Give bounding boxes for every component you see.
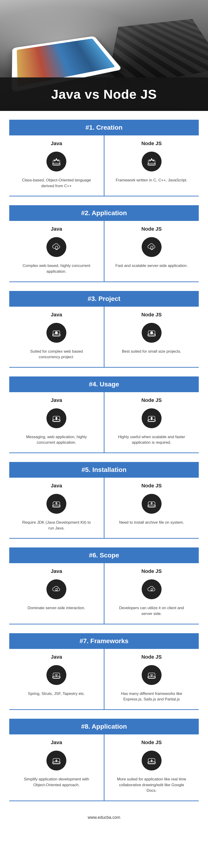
- column-title: Java: [14, 483, 99, 489]
- section-header: #6. Scope: [9, 548, 199, 563]
- comparison-section: #4. UsageJavaMessaging, web application,…: [0, 376, 208, 453]
- hdd-shield-icon: [142, 323, 161, 343]
- comparison-section: #3. ProjectJavaSuited for complex web ba…: [0, 291, 208, 368]
- column-title: Node JS: [109, 141, 195, 147]
- column-title: Node JS: [109, 740, 195, 746]
- java-column: JavaDominate server-side interaction.: [9, 563, 105, 623]
- description-text: Best suited for small size projects.: [115, 349, 188, 354]
- column-title: Java: [14, 226, 99, 232]
- section-header: #2. Application: [9, 205, 199, 221]
- footer-url: www.educba.com: [0, 801, 208, 829]
- description-text: More suited for application like real ti…: [115, 776, 188, 794]
- comparison-section: #6. ScopeJavaDominate server-side intera…: [0, 548, 208, 624]
- description-text: Simplify application development with Ob…: [20, 776, 93, 788]
- description-text: Suited for complex web based concurrency…: [20, 349, 93, 360]
- hdd-tree-icon: [142, 152, 161, 172]
- description-text: Class-based, Object-Oriented language de…: [20, 178, 93, 189]
- hdd-upload-icon: [47, 494, 66, 514]
- page-title: Java vs Node JS: [5, 87, 203, 102]
- section-header: #1. Creation: [9, 120, 199, 135]
- comparison-section: #7. FrameworksJavaSpring, Struts, JSF, T…: [0, 633, 208, 710]
- java-column: JavaClass-based, Object-Oriented languag…: [9, 135, 105, 196]
- column-title: Node JS: [109, 568, 195, 574]
- comparison-row: JavaComplex web based, highly concurrent…: [9, 221, 199, 282]
- java-column: JavaSuited for complex web based concurr…: [9, 307, 105, 367]
- comparison-row: JavaClass-based, Object-Oriented languag…: [9, 135, 199, 196]
- description-text: Fast and scalable server-side applicatio…: [115, 263, 188, 269]
- comparison-row: JavaRequire JDK (Java Development Kit) t…: [9, 478, 199, 539]
- description-text: Has many different frameworks like Expre…: [115, 691, 188, 702]
- cloud-phone-icon: [142, 237, 161, 257]
- description-text: Framework written in C, C++, JavaScript.: [115, 178, 188, 183]
- column-title: Java: [14, 654, 99, 660]
- description-text: Dominate server-side interaction.: [20, 605, 93, 611]
- column-title: Java: [14, 397, 99, 403]
- description-text: Spring, Struts, JSF, Tapestry etc.: [20, 691, 93, 697]
- cloud-phone-icon: [47, 237, 66, 257]
- cloud-refresh-icon: [47, 579, 66, 599]
- description-text: Developers can utilize it on client and …: [115, 605, 188, 617]
- comparison-section: #1. CreationJavaClass-based, Object-Orie…: [0, 120, 208, 196]
- node-column: Node JSBest suited for small size projec…: [105, 307, 199, 367]
- hdd-shield-icon: [47, 323, 66, 343]
- description-text: Complex web based, highly concurrent app…: [20, 263, 93, 274]
- section-header: #8. Application: [9, 719, 199, 735]
- comparison-row: JavaSpring, Struts, JSF, Tapestry etc.No…: [9, 649, 199, 710]
- description-text: Require JDK (Java Development Kit) to ru…: [20, 520, 93, 531]
- hdd-tree-icon: [47, 152, 66, 172]
- hdd-download-icon: [47, 751, 66, 771]
- comparison-row: JavaMessaging, web application, highly c…: [9, 392, 199, 453]
- column-title: Java: [14, 312, 99, 318]
- section-header: #4. Usage: [9, 376, 199, 392]
- column-title: Node JS: [109, 654, 195, 660]
- column-title: Node JS: [109, 226, 195, 232]
- comparison-section: #8. ApplicationJavaSimplify application …: [0, 719, 208, 801]
- description-text: Need to install archive file on system.: [115, 520, 188, 526]
- column-title: Node JS: [109, 483, 195, 489]
- column-title: Java: [14, 740, 99, 746]
- comparison-section: #5. InstallationJavaRequire JDK (Java De…: [0, 462, 208, 539]
- column-title: Java: [14, 568, 99, 574]
- node-column: Node JSFast and scalable server-side app…: [105, 221, 199, 281]
- hdd-phone-icon: [142, 408, 161, 428]
- comparison-section: #2. ApplicationJavaComplex web based, hi…: [0, 205, 208, 282]
- hero-title-bar: Java vs Node JS: [0, 78, 208, 111]
- cloud-refresh-icon: [142, 579, 161, 599]
- java-column: JavaSpring, Struts, JSF, Tapestry etc.: [9, 649, 105, 709]
- section-header: #5. Installation: [9, 462, 199, 478]
- description-text: Messaging, web application, highly concu…: [20, 434, 93, 445]
- hdd-phone-icon: [47, 408, 66, 428]
- comparison-row: JavaSimplify application development wit…: [9, 735, 199, 801]
- node-column: Node JSHighly useful when scalable and f…: [105, 392, 199, 453]
- hdd-wifi-icon: [47, 665, 66, 685]
- node-column: Node JSFramework written in C, C++, Java…: [105, 135, 199, 196]
- hero-banner: Java vs Node JS: [0, 0, 208, 111]
- node-column: Node JSMore suited for application like …: [105, 735, 199, 801]
- section-header: #7. Frameworks: [9, 633, 199, 649]
- java-column: JavaRequire JDK (Java Development Kit) t…: [9, 478, 105, 538]
- column-title: Java: [14, 141, 99, 147]
- column-title: Node JS: [109, 397, 195, 403]
- comparison-row: JavaDominate server-side interaction.Nod…: [9, 563, 199, 624]
- section-header: #3. Project: [9, 291, 199, 307]
- column-title: Node JS: [109, 312, 195, 318]
- description-text: Highly useful when scalable and faster a…: [115, 434, 188, 445]
- hdd-wifi-icon: [142, 665, 161, 685]
- comparison-row: JavaSuited for complex web based concurr…: [9, 307, 199, 368]
- java-column: JavaComplex web based, highly concurrent…: [9, 221, 105, 281]
- java-column: JavaMessaging, web application, highly c…: [9, 392, 105, 453]
- node-column: Node JSHas many different frameworks lik…: [105, 649, 199, 709]
- hdd-download-icon: [142, 751, 161, 771]
- node-column: Node JSDevelopers can utilize it on clie…: [105, 563, 199, 623]
- hdd-upload-icon: [142, 494, 161, 514]
- java-column: JavaSimplify application development wit…: [9, 735, 105, 801]
- node-column: Node JSNeed to install archive file on s…: [105, 478, 199, 538]
